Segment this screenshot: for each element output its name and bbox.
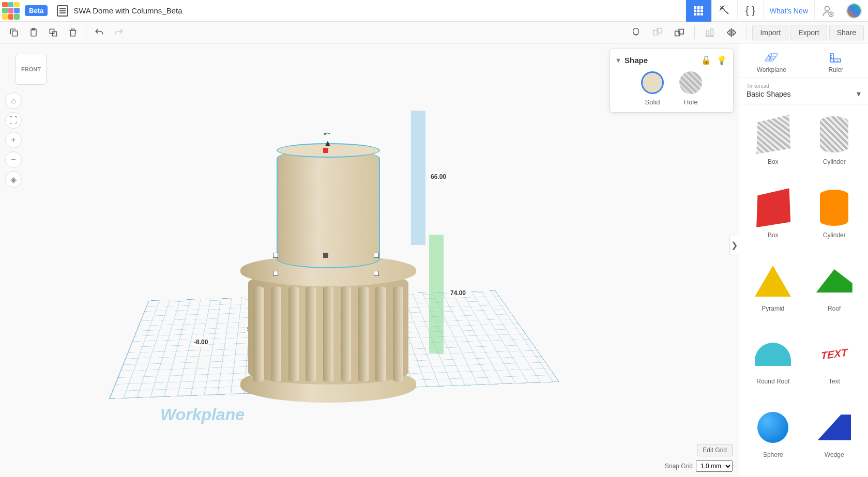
hole-swatch	[679, 71, 702, 94]
collapse-sidebar-button[interactable]: ❯	[729, 235, 739, 255]
shape-round-roof[interactable]: Round Roof	[743, 328, 803, 399]
group-button[interactable]	[648, 23, 667, 42]
shape-pyramid[interactable]: Pyramid	[743, 255, 803, 327]
dimension-height-green[interactable]: 74.00	[449, 289, 467, 297]
dimension-neg8[interactable]: -8.00	[192, 338, 209, 346]
whats-new-link[interactable]: What's New	[763, 0, 814, 22]
workplane-label: Workplane	[160, 405, 245, 424]
dropdown-value: Basic Shapes	[747, 90, 791, 98]
main-toolbar: Import Export Share	[0, 22, 868, 43]
workplane-tool[interactable]: Workplane	[739, 43, 804, 78]
resize-handle[interactable]	[374, 271, 379, 276]
export-button[interactable]: Export	[790, 25, 827, 40]
duplicate-button[interactable]	[43, 23, 63, 42]
document-title[interactable]: SWA Dome with Columns_Beta	[73, 6, 182, 15]
shape-sphere[interactable]: Sphere	[743, 402, 803, 473]
3d-model[interactable]: ⤺▲	[258, 142, 414, 416]
svg-rect-13	[12, 30, 18, 36]
import-button[interactable]: Import	[752, 25, 788, 40]
shape-roof[interactable]: Roof	[805, 255, 864, 327]
svg-rect-1	[697, 6, 700, 9]
chevron-down-icon[interactable]: ▾	[616, 55, 620, 65]
main-viewport: FRONT ⌂ ⛶ + − ◈ Workplane 66.00 74.00 50…	[0, 43, 868, 477]
document-icon[interactable]	[57, 5, 68, 17]
shape-cylinder[interactable]: Cylinder	[805, 182, 864, 253]
svg-rect-23	[707, 30, 709, 35]
mirror-button[interactable]	[722, 23, 741, 42]
dimension-height-top[interactable]: 66.00	[429, 173, 448, 181]
shape-panel-title: Shape	[625, 56, 648, 65]
grid-view-button[interactable]	[686, 0, 711, 22]
model-columns	[253, 286, 403, 382]
copy-button[interactable]	[4, 23, 24, 42]
blocks-button[interactable]: ⛏	[711, 0, 737, 22]
solid-swatch	[641, 71, 664, 94]
height-handle[interactable]	[323, 148, 328, 153]
shape-wedge[interactable]: Wedge	[805, 402, 864, 473]
chevron-down-icon: ▾	[857, 89, 861, 99]
selected-cylinder[interactable]	[277, 149, 380, 268]
solid-option[interactable]: Solid	[641, 71, 664, 106]
shapes-sidebar: Workplane Ruler Tinkercad Basic Shapes ▾…	[739, 43, 868, 477]
rotate-arrow-icon[interactable]: ⤺▲	[324, 129, 332, 148]
svg-rect-3	[694, 9, 696, 12]
shape-inspector-panel: ▾ Shape 🔓 💡 Solid Hole	[610, 49, 734, 113]
hole-label: Hole	[684, 98, 698, 106]
svg-rect-24	[711, 28, 713, 35]
beta-badge: Beta	[25, 5, 48, 16]
svg-line-29	[769, 54, 772, 60]
lightbulb-icon[interactable]: 💡	[717, 55, 727, 65]
workplane-tool-label: Workplane	[757, 66, 786, 73]
user-profile-icon[interactable]	[814, 0, 840, 22]
dimension-bar-green	[429, 235, 444, 353]
svg-rect-5	[701, 9, 703, 12]
code-button[interactable]: { }	[737, 0, 763, 22]
shape-text[interactable]: TEXTText	[805, 328, 864, 399]
ruler-tool[interactable]: Ruler	[804, 43, 869, 78]
shape-category-dropdown[interactable]: Tinkercad Basic Shapes ▾	[739, 78, 868, 104]
paste-button[interactable]	[24, 23, 43, 42]
align-button[interactable]	[700, 23, 720, 42]
show-all-button[interactable]	[626, 23, 646, 42]
solid-label: Solid	[645, 98, 660, 106]
svg-rect-17	[52, 32, 56, 36]
resize-handle[interactable]	[273, 271, 278, 276]
user-avatar[interactable]	[846, 3, 862, 19]
edit-grid-button[interactable]: Edit Grid	[697, 444, 733, 456]
svg-rect-2	[701, 6, 703, 9]
svg-rect-16	[50, 29, 54, 33]
snap-grid-select[interactable]: 1.0 mm	[696, 460, 733, 472]
shape-cylinder-hole[interactable]: Cylinder	[805, 109, 864, 180]
redo-button[interactable]	[109, 23, 129, 42]
app-logo[interactable]	[0, 0, 22, 22]
ruler-tool-label: Ruler	[828, 66, 843, 73]
snap-grid-label: Snap Grid	[665, 463, 693, 470]
dropdown-category: Tinkercad	[747, 83, 861, 89]
resize-handle[interactable]	[273, 253, 278, 258]
svg-rect-4	[697, 9, 700, 12]
svg-rect-0	[694, 6, 696, 9]
shape-box-hole[interactable]: Box	[743, 109, 803, 180]
svg-rect-6	[694, 13, 696, 16]
share-button[interactable]: Share	[829, 25, 864, 40]
svg-point-9	[825, 6, 829, 11]
resize-handle[interactable]	[374, 253, 379, 258]
resize-handle-mid[interactable]	[323, 253, 328, 258]
svg-rect-7	[697, 13, 700, 16]
svg-rect-8	[701, 13, 703, 16]
undo-button[interactable]	[89, 23, 109, 42]
shape-box[interactable]: Box	[743, 182, 803, 253]
lock-icon[interactable]: 🔓	[701, 55, 711, 65]
ungroup-button[interactable]	[669, 23, 689, 42]
hole-option[interactable]: Hole	[679, 71, 702, 106]
delete-button[interactable]	[63, 23, 83, 42]
snap-grid-control: Snap Grid 1.0 mm	[665, 460, 733, 472]
top-bar: Beta SWA Dome with Columns_Beta ⛏ { } Wh…	[0, 0, 868, 22]
